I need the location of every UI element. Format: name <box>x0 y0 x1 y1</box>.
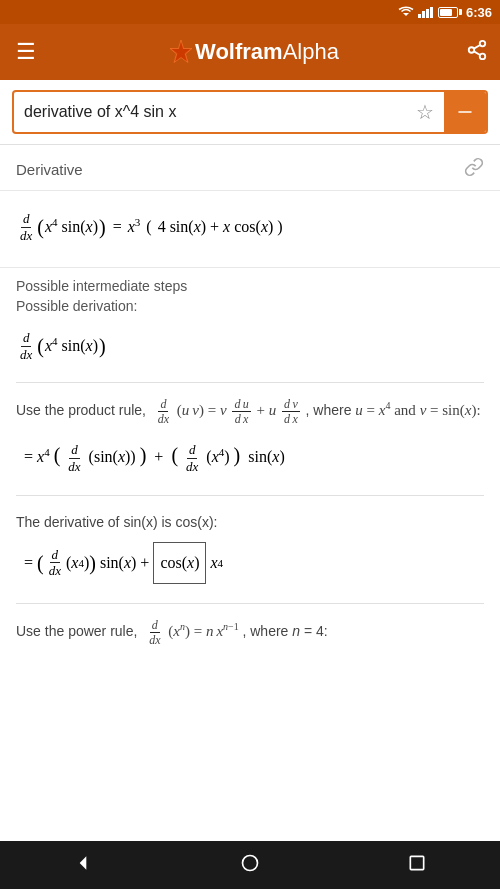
main-content: Derivative d dx ( x4 sin(x) ) = x3 ( 4 s… <box>0 145 500 678</box>
svg-rect-12 <box>458 111 472 113</box>
intermediate-steps-section: Possible intermediate steps Possible der… <box>0 268 500 382</box>
logo-container: WolframAlpha <box>52 38 454 66</box>
svg-rect-1 <box>418 14 421 18</box>
svg-line-10 <box>474 51 480 55</box>
bottom-nav <box>0 841 500 889</box>
wifi-icon <box>398 6 414 18</box>
wolfram-star-icon <box>167 38 195 66</box>
status-time: 6:36 <box>466 5 492 20</box>
svg-point-9 <box>480 53 486 58</box>
main-derivative-formula: d dx ( x4 sin(x) ) = x3 ( 4 sin(x) + x c… <box>0 191 500 268</box>
svg-rect-2 <box>422 11 425 18</box>
favorite-button[interactable]: ☆ <box>406 100 444 124</box>
svg-rect-4 <box>430 7 433 18</box>
svg-rect-15 <box>410 856 423 869</box>
sin-derivative-text: The derivative of sin(x) is cos(x): <box>16 510 484 535</box>
where-n-label: where n = 4: <box>250 623 327 639</box>
cos-box: cos(x) <box>153 542 206 584</box>
svg-marker-13 <box>80 856 87 869</box>
sin-derivative-label: The derivative of sin(x) is cos(x): <box>16 514 218 530</box>
frac-d-dx-2: d dx <box>18 330 34 362</box>
collapse-button[interactable] <box>444 92 486 132</box>
share-icon[interactable] <box>466 39 488 66</box>
search-bar-container: ☆ <box>0 80 500 145</box>
svg-rect-3 <box>426 9 429 18</box>
svg-point-14 <box>242 855 257 870</box>
frac-d-dx: d dx <box>18 211 34 243</box>
power-rule-text: Use the power rule, d dx (xn) = n xn−1 ,… <box>16 618 484 648</box>
possible-derivation-label: Possible derivation: <box>16 298 484 314</box>
sin-derivative-formula: = ( d dx (x4) ) sin(x) + cos(x) x4 <box>16 535 484 593</box>
search-input[interactable] <box>14 103 406 121</box>
derivative-section-header: Derivative <box>0 145 500 191</box>
derivative-result: d dx ( x4 sin(x) ) = x3 ( 4 sin(x) + x c… <box>16 205 484 249</box>
home-button[interactable] <box>220 845 280 886</box>
back-button[interactable] <box>53 845 113 886</box>
svg-point-8 <box>469 47 475 53</box>
top-bar: ☰ WolframAlpha <box>0 24 500 80</box>
derivative-title: Derivative <box>16 161 83 178</box>
status-icons: 6:36 <box>398 5 492 20</box>
sin-derivative-section: The derivative of sin(x) is cos(x): = ( … <box>0 496 500 603</box>
product-rule-text: Use the product rule, d dx (u v) = v d u… <box>16 397 484 427</box>
menu-icon[interactable]: ☰ <box>12 35 40 69</box>
battery-icon <box>438 7 458 18</box>
svg-marker-0 <box>403 13 409 16</box>
status-bar: 6:36 <box>0 0 500 24</box>
signal-icon <box>418 6 434 18</box>
link-icon[interactable] <box>464 157 484 182</box>
where-label: where <box>313 402 351 418</box>
product-rule-section: Use the product rule, d dx (u v) = v d u… <box>0 383 500 495</box>
svg-line-11 <box>474 44 480 48</box>
derivation-formula: d dx ( x4 sin(x) ) <box>16 320 484 378</box>
svg-point-7 <box>480 40 486 46</box>
power-rule-section: Use the power rule, d dx (xn) = n xn−1 ,… <box>0 604 500 658</box>
search-bar: ☆ <box>12 90 488 134</box>
possible-steps-label: Possible intermediate steps <box>16 278 484 294</box>
product-rule-formula: = x4 ( d dx (sin(x)) ) + ( d dx (x4) ) s… <box>16 427 484 485</box>
minus-icon <box>456 103 474 121</box>
logo-text: WolframAlpha <box>195 39 339 65</box>
recent-apps-button[interactable] <box>387 845 447 886</box>
